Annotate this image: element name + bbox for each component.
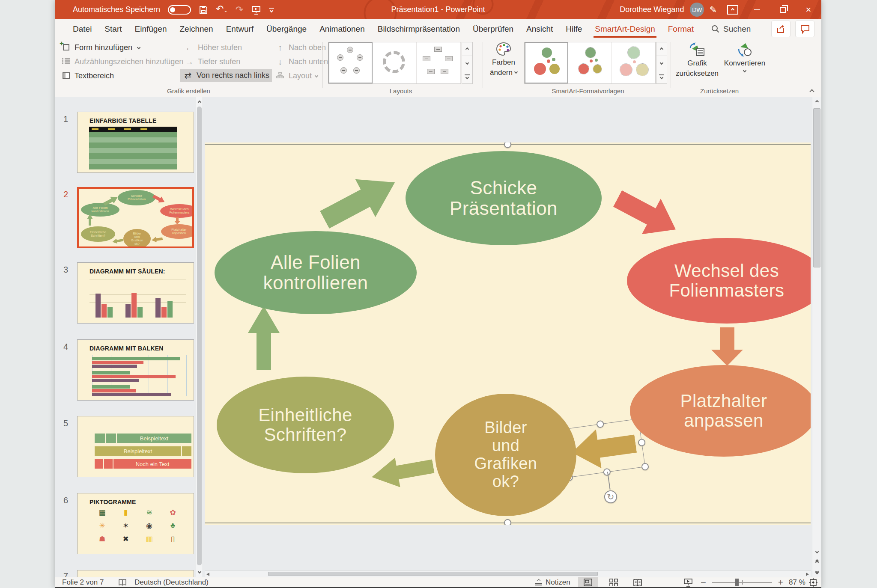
- close-button[interactable]: ×: [796, 0, 821, 19]
- styles-scroll-up-button[interactable]: [656, 42, 667, 56]
- scroll-down-button[interactable]: [812, 547, 821, 556]
- styles-more-button[interactable]: [656, 70, 667, 84]
- tab-hilfe[interactable]: Hilfe: [559, 19, 588, 39]
- node-schicke-praesentation[interactable]: Schicke Präsentation: [406, 151, 602, 245]
- layout-button[interactable]: Layout: [272, 69, 320, 82]
- zoom-level[interactable]: 87 %: [789, 577, 805, 588]
- previous-slide-button[interactable]: [812, 557, 821, 566]
- proofing-icon[interactable]: [118, 577, 127, 588]
- avatar[interactable]: DW: [690, 3, 704, 17]
- notes-button[interactable]: Notizen: [535, 577, 570, 588]
- next-slide-button[interactable]: [812, 567, 821, 576]
- node-alle-folien[interactable]: Alle Folien kontrollieren: [215, 231, 417, 314]
- tab-zeichnen[interactable]: Zeichnen: [173, 19, 220, 39]
- slide-counter[interactable]: Folie 2 von 7: [62, 577, 104, 588]
- reading-view-button[interactable]: [628, 577, 647, 588]
- layouts-scroll-down-button[interactable]: [462, 56, 473, 70]
- tab-einfuegen[interactable]: Einfügen: [128, 19, 173, 39]
- zoom-in-button[interactable]: +: [778, 577, 783, 588]
- thumb-scrollbar-thumb[interactable]: [197, 107, 202, 565]
- normal-view-button[interactable]: [578, 577, 598, 588]
- layout-option-basic-cycle[interactable]: [328, 42, 373, 83]
- scroll-right-icon[interactable]: [806, 573, 809, 576]
- cycle-arrow-to-schicke[interactable]: [314, 163, 405, 239]
- autosave-toggle[interactable]: [168, 5, 191, 15]
- tab-ansicht[interactable]: Ansicht: [520, 19, 559, 39]
- zoom-slider-thumb[interactable]: [735, 579, 739, 586]
- styles-scroll-down-button[interactable]: [656, 56, 667, 70]
- cycle-arrow-to-einheitliche[interactable]: [369, 451, 436, 492]
- vertical-scroll-thumb[interactable]: [813, 108, 820, 267]
- vertical-scrollbar[interactable]: [812, 97, 821, 577]
- language-indicator[interactable]: Deutsch (Deutschland): [134, 577, 209, 588]
- cycle-arrow-to-platzhalter[interactable]: [711, 327, 743, 366]
- share-button[interactable]: [771, 21, 790, 37]
- reset-graphic-button[interactable]: Grafik zurücksetzen: [677, 42, 718, 77]
- tab-ueberpruefen[interactable]: Überprüfen: [466, 19, 520, 39]
- thumbnails-scrollbar[interactable]: [196, 97, 203, 577]
- ink-pen-icon[interactable]: ✎: [709, 5, 717, 15]
- layout-option-block-cycle[interactable]: [417, 42, 461, 83]
- tab-start[interactable]: Start: [98, 19, 128, 39]
- thumb-scroll-down-button[interactable]: [196, 568, 203, 577]
- node-einheitliche-schriften[interactable]: Einheitliche Schriften?: [217, 377, 394, 473]
- rotation-handle[interactable]: ↻: [603, 490, 618, 504]
- horizontal-scroll-thumb[interactable]: [268, 572, 598, 576]
- scroll-left-icon[interactable]: [206, 573, 209, 576]
- tab-animationen[interactable]: Animationen: [313, 19, 371, 39]
- customize-qat-icon[interactable]: [269, 8, 274, 12]
- slideshow-view-button[interactable]: [678, 577, 698, 588]
- slide-thumbnail-3[interactable]: DIAGRAMM MIT SÄULEN:: [77, 262, 194, 324]
- selection-handle-se[interactable]: [641, 463, 649, 471]
- undo-icon[interactable]: ↶⌄: [216, 4, 228, 15]
- tab-format[interactable]: Format: [662, 19, 700, 39]
- layout-option-text-cycle[interactable]: [373, 42, 417, 83]
- comments-button[interactable]: [795, 21, 814, 37]
- collapse-ribbon-icon[interactable]: [809, 89, 814, 94]
- layouts-scroll-up-button[interactable]: [462, 42, 473, 56]
- ribbon-display-options-icon[interactable]: [727, 5, 738, 15]
- fit-slide-to-window-button[interactable]: [808, 577, 818, 588]
- style-option-3[interactable]: [612, 42, 655, 83]
- node-platzhalter-anpassen[interactable]: Platzhalter anpassen: [630, 365, 811, 457]
- node-wechsel-folienmasters[interactable]: Wechsel des Folienmasters: [627, 238, 811, 324]
- style-option-1[interactable]: [525, 42, 568, 83]
- selection-handle-n[interactable]: [596, 420, 604, 428]
- slide-sorter-view-button[interactable]: [604, 577, 623, 588]
- horizontal-scrollbar[interactable]: [205, 570, 811, 577]
- demote-button[interactable]: → Tiefer stufen: [182, 55, 243, 68]
- node-bilder-grafiken[interactable]: Bilder und Grafiken ok?: [435, 394, 576, 516]
- tab-uebergaenge[interactable]: Übergänge: [260, 19, 313, 39]
- zoom-slider-track[interactable]: [712, 582, 772, 583]
- selection-handle-e[interactable]: [638, 438, 646, 446]
- scroll-up-button[interactable]: [812, 97, 821, 107]
- move-down-button[interactable]: ↓ Nach unten: [272, 55, 331, 68]
- text-pane-button[interactable]: Textbereich: [58, 69, 116, 82]
- tab-bildschirmpraesentation[interactable]: Bildschirmpräsentation: [371, 19, 466, 39]
- slide-thumbnail-1[interactable]: EINFARBIGE TABELLE: [77, 112, 194, 173]
- smartart-top-handle[interactable]: [504, 143, 511, 148]
- search-box[interactable]: Suchen: [711, 24, 751, 34]
- thumb-scroll-up-button[interactable]: [196, 97, 203, 106]
- save-icon[interactable]: [199, 5, 208, 15]
- layouts-more-button[interactable]: [462, 70, 473, 84]
- add-bullet-button[interactable]: Aufzählungszeichen hinzufügen: [58, 55, 186, 68]
- slide-thumbnail-5[interactable]: Beispieltext Beispieltext Noch ein Text: [77, 416, 194, 477]
- right-to-left-button[interactable]: ⇄ Von rechts nach links: [180, 69, 272, 82]
- style-option-2[interactable]: [568, 42, 612, 83]
- slide-editing-surface[interactable]: ↻ Schicke Präsentation Wechsel des Folie…: [205, 143, 811, 525]
- start-presentation-icon[interactable]: [251, 5, 261, 15]
- slide-thumbnail-6[interactable]: PIKTOGRAMME ▦ ▮ ≋ ✿ ✳ ✶ ◉ ♣ ☗ ✖ ▥ ▯: [77, 493, 194, 554]
- tab-entwurf[interactable]: Entwurf: [220, 19, 260, 39]
- cycle-arrow-to-wechsel[interactable]: [608, 181, 685, 247]
- smartart-bottom-handle[interactable]: [504, 519, 511, 525]
- convert-button[interactable]: Konvertieren: [721, 42, 768, 72]
- cycle-arrow-to-alle-folien[interactable]: [248, 306, 280, 370]
- tab-datei[interactable]: Datei: [66, 19, 98, 39]
- slide-thumbnail-7[interactable]: [77, 570, 194, 577]
- user-name[interactable]: Dorothee Wiegand: [620, 5, 684, 14]
- promote-button[interactable]: ← Höher stufen: [182, 41, 245, 54]
- slide-thumbnail-2-selected[interactable]: Schicke Präsentation Wechsel des Folienm…: [77, 187, 194, 248]
- zoom-out-button[interactable]: −: [701, 577, 706, 588]
- move-up-button[interactable]: ↑ Nach oben: [272, 41, 328, 54]
